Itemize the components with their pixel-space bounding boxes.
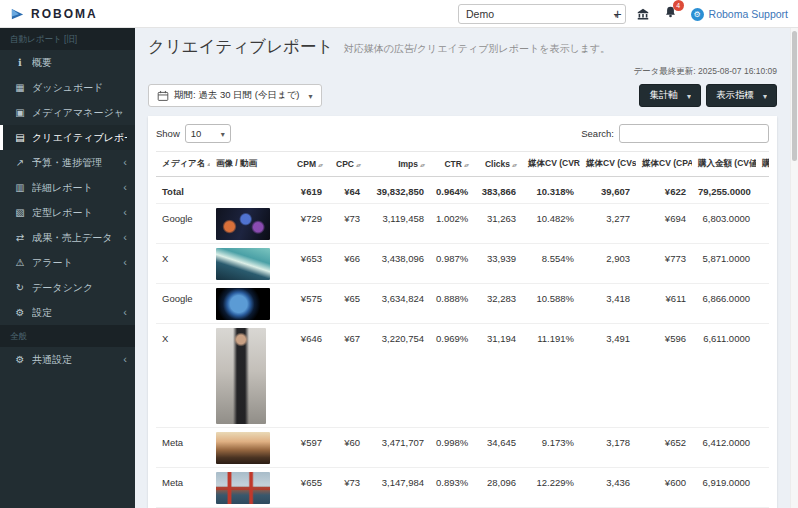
support-link[interactable]: Roboma Support (691, 8, 788, 21)
sidebar-item-detail-report[interactable]: 詳細レポート (0, 175, 135, 200)
sidebar-item-creative-report[interactable]: クリエイティブレポート (0, 125, 135, 150)
table-row: X ¥653 ¥66 3,438,096 0.987% 33,939 8.554… (156, 244, 769, 284)
logo[interactable]: ROBOMA (10, 0, 98, 28)
table-row: Meta ¥597 ¥60 3,471,707 0.998% 34,645 9.… (156, 428, 769, 468)
notification-badge: 4 (673, 0, 684, 11)
chevron-left-icon (123, 207, 127, 218)
column-header-image[interactable]: 画像 / 動画 (210, 152, 276, 177)
chevron-down-icon (683, 90, 691, 101)
sidebar-item-template-report[interactable]: 定型レポート (0, 200, 135, 225)
last-updated: データ最終更新: 2025-08-07 16:10:09 (148, 66, 777, 78)
sidebar-item-data-sync[interactable]: データシンク (0, 275, 135, 300)
media-icon (13, 107, 27, 118)
toolbar-right: 集計軸 表示指標 (639, 84, 777, 107)
column-header-purchase-roas[interactable]: 購入金額 (ROAS) (756, 152, 769, 177)
organization-icon[interactable] (636, 7, 650, 21)
column-header-ctr[interactable]: CTR (430, 152, 474, 177)
sort-icon (512, 162, 516, 168)
chevron-left-icon (123, 182, 127, 193)
account-select-value: Demo (466, 8, 494, 20)
file-icon (13, 182, 27, 193)
search-control: Search: (581, 124, 769, 143)
report-card: Show 10 Search: (148, 116, 777, 508)
table-row: Google ¥729 ¥73 3,119,458 1.002% 31,263 … (156, 204, 769, 244)
column-header-media[interactable]: メディア名 (156, 152, 210, 177)
table-row-total: Total ¥619 ¥64 39,832,850 0.964% 383,866… (156, 177, 769, 204)
sidebar-item-budget-progress[interactable]: 予算・進捗管理 (0, 150, 135, 175)
period-button[interactable]: 期間: 過去 30 日間 (今日まで) (148, 84, 322, 107)
last-updated-label: データ最終更新: (633, 66, 695, 76)
display-metrics-button[interactable]: 表示指標 (706, 84, 777, 107)
main-content: クリエイティブレポート 対応媒体の広告/クリエイティブ別レポートを表示します。 … (135, 28, 790, 508)
search-label: Search: (581, 128, 614, 139)
creative-report-table: メディア名 画像 / 動画 CPM CPC Imps CTR Clicks 媒体… (156, 151, 769, 508)
table-controls: Show 10 Search: (156, 124, 769, 143)
chevron-left-icon (123, 257, 127, 268)
sync-icon (13, 282, 27, 293)
sidebar-item-sales-data[interactable]: 成果・売上データ (0, 225, 135, 250)
sidebar-item-overview[interactable]: 概要 (0, 50, 135, 75)
dashboard-icon (13, 82, 27, 93)
sort-icon (356, 162, 360, 168)
creative-thumbnail[interactable] (216, 248, 270, 280)
column-header-cpa[interactable]: 媒体CV (CPA) (636, 152, 692, 177)
table-row: Google ¥575 ¥65 3,634,824 0.888% 32,283 … (156, 284, 769, 324)
column-header-cpc[interactable]: CPC (328, 152, 366, 177)
table-row: X ¥646 ¥67 3,220,754 0.969% 31,194 11.19… (156, 324, 769, 428)
creative-thumbnail[interactable] (216, 472, 270, 504)
page-title: クリエイティブレポート (148, 37, 333, 55)
chevron-left-icon (123, 157, 127, 168)
column-header-cvr[interactable]: 媒体CV (CVR) (522, 152, 580, 177)
roboma-logo-icon (10, 7, 25, 22)
page-header: クリエイティブレポート 対応媒体の広告/クリエイティブ別レポートを表示します。 (148, 36, 777, 58)
logo-text: ROBOMA (31, 7, 98, 21)
sidebar-item-dashboard[interactable]: ダッシュボード (0, 75, 135, 100)
search-input[interactable] (619, 124, 769, 143)
page-length-control: Show 10 (156, 124, 231, 143)
table-row: Meta ¥655 ¥73 3,147,984 0.893% 28,096 12… (156, 468, 769, 508)
sidebar-item-media-manager[interactable]: メディアマネージャ (0, 100, 135, 125)
roboma-support-icon (691, 8, 704, 21)
report-icon (13, 132, 27, 143)
sort-icon (318, 162, 322, 168)
creative-thumbnail[interactable] (216, 208, 270, 240)
add-icon[interactable] (613, 7, 621, 21)
column-header-cvs[interactable]: 媒体CV (CVs) (580, 152, 636, 177)
aggregate-axis-button[interactable]: 集計軸 (639, 84, 701, 107)
report-toolbar: 期間: 過去 30 日間 (今日まで) 集計軸 表示指標 (148, 84, 777, 107)
navbar-actions: 4 Roboma Support (613, 0, 788, 28)
sidebar-item-alert[interactable]: アラート (0, 250, 135, 275)
info-circle-icon (13, 57, 27, 68)
table-header-row: メディア名 画像 / 動画 CPM CPC Imps CTR Clicks 媒体… (156, 152, 769, 177)
sidebar-item-settings[interactable]: 設定 (0, 300, 135, 325)
show-label: Show (156, 128, 180, 139)
column-header-purchase-cv[interactable]: 購入金額 (CV値) (692, 152, 756, 177)
support-label: Roboma Support (709, 8, 788, 20)
app-window: ROBOMA Demo 4 R (0, 0, 798, 508)
column-header-imps[interactable]: Imps (366, 152, 430, 177)
sidebar-item-common-settings[interactable]: 共通設定 (0, 347, 135, 372)
page-length-select[interactable]: 10 (185, 124, 231, 143)
column-header-cpm[interactable]: CPM (276, 152, 328, 177)
notifications-button[interactable]: 4 (664, 5, 677, 23)
vertical-scrollbar[interactable] (790, 28, 798, 508)
sort-icon (464, 162, 468, 168)
chevron-down-icon (217, 128, 225, 139)
creative-thumbnail[interactable] (216, 328, 266, 424)
template-icon (13, 207, 27, 218)
scrollbar-thumb[interactable] (792, 31, 797, 161)
chart-icon (13, 157, 27, 168)
creative-thumbnail[interactable] (216, 432, 270, 464)
chevron-left-icon (123, 307, 127, 318)
chevron-left-icon (123, 232, 127, 243)
account-select[interactable]: Demo (458, 4, 626, 24)
page-subtitle: 対応媒体の広告/クリエイティブ別レポートを表示します。 (344, 43, 610, 54)
chevron-left-icon (123, 354, 127, 365)
gear-icon (13, 307, 27, 318)
sidebar: 自動レポート [旧] 概要 ダッシュボード メディアマネージャ クリエイティブレ… (0, 28, 135, 508)
table-scroll-area[interactable]: メディア名 画像 / 動画 CPM CPC Imps CTR Clicks 媒体… (156, 151, 769, 508)
top-navbar: ROBOMA Demo 4 R (0, 0, 798, 28)
gear-icon (13, 354, 27, 365)
creative-thumbnail[interactable] (216, 288, 270, 320)
column-header-clicks[interactable]: Clicks (474, 152, 522, 177)
